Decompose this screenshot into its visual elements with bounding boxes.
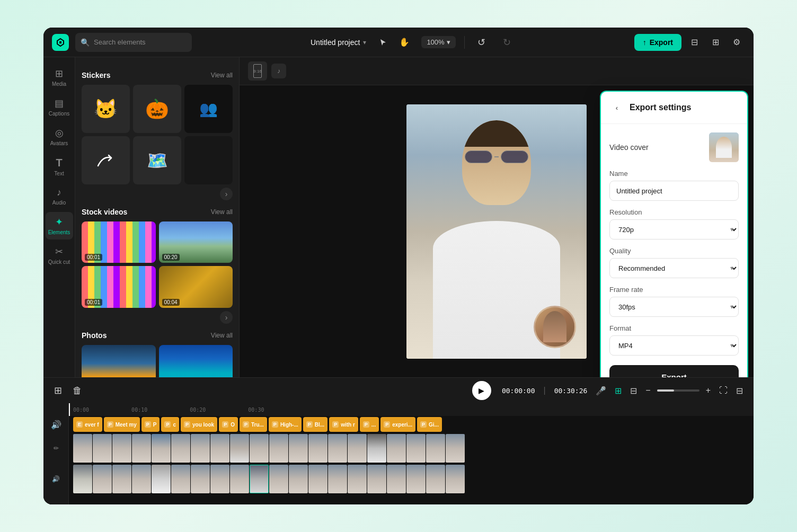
redo-btn[interactable]: ↻ xyxy=(499,34,516,51)
sticker-item-arrow[interactable] xyxy=(82,136,130,184)
sidebar-item-quickcut[interactable]: ✂ Quick cut xyxy=(46,242,73,269)
caption-btn[interactable]: ⊞ xyxy=(613,384,624,398)
caption-clip-2[interactable]: PMeet my xyxy=(104,417,140,432)
vf-14 xyxy=(328,434,347,463)
overflow-btn[interactable]: ⊟ xyxy=(734,384,745,398)
sidebar-item-audio[interactable]: ♪ Audio xyxy=(46,182,73,210)
video-cover-thumb[interactable] xyxy=(709,132,739,162)
caption-clip-9[interactable]: PBl... xyxy=(303,417,327,432)
current-time: 00:00:00 xyxy=(502,387,535,395)
split-btn[interactable]: ⊟ xyxy=(628,384,639,398)
video-frames-2[interactable] xyxy=(73,465,749,493)
layout-icon-btn[interactable]: ⊟ xyxy=(686,34,703,51)
fullscreen-btn[interactable]: ⛶ xyxy=(717,384,730,397)
vf-4 xyxy=(132,434,151,463)
stickers-next-btn[interactable]: › xyxy=(220,188,233,200)
caption-text-10: with r xyxy=(341,422,355,428)
pan-tool-btn[interactable]: ✋ xyxy=(396,34,413,51)
caption-text-13: Gi... xyxy=(429,422,439,428)
photos-section-header: Photos View all xyxy=(82,331,233,340)
name-input[interactable] xyxy=(609,181,739,201)
export-panel-btn[interactable]: Export xyxy=(609,365,739,377)
caption-clip-1[interactable]: Eever f xyxy=(73,417,102,432)
vf-2 xyxy=(93,434,112,463)
caption-clip-4[interactable]: Pc xyxy=(161,417,179,432)
frame-rate-field-group: Frame rate 24fps 25fps 30fps 60fps ▾ xyxy=(609,286,739,317)
video-duration-3: 00:01 xyxy=(85,299,102,306)
videos-next-btn[interactable]: › xyxy=(220,311,233,324)
sidebar-item-elements[interactable]: ✦ Elements xyxy=(46,212,73,240)
photo-item-ocean[interactable] xyxy=(159,345,233,377)
media-icon: ⊞ xyxy=(55,68,63,79)
sticker-item-dark[interactable] xyxy=(184,136,233,184)
vf2-5 xyxy=(152,465,171,493)
video-item-1[interactable]: 00:01 xyxy=(82,221,156,263)
delete-btn[interactable]: 🗑 xyxy=(70,383,84,398)
sidebar-text-label: Text xyxy=(54,171,64,176)
video-item-2[interactable]: 00:20 xyxy=(159,221,233,263)
sidebar-quickcut-label: Quick cut xyxy=(48,259,70,265)
sticker-item-map[interactable]: 🗺️ xyxy=(133,136,181,184)
vf2-3 xyxy=(112,465,131,493)
sidebar-item-captions[interactable]: ▤ Captions xyxy=(46,93,73,121)
app-logo xyxy=(52,34,69,51)
elements-icon: ✦ xyxy=(55,216,63,228)
zoom-dropdown-icon: ▾ xyxy=(447,38,450,46)
play-button[interactable]: ▶ xyxy=(472,381,491,400)
sidebar-item-text[interactable]: T Text xyxy=(46,153,73,180)
project-title[interactable]: Untitled project ▾ xyxy=(311,38,366,47)
caption-clip-7[interactable]: PTru... xyxy=(240,417,267,432)
caption-clip-8[interactable]: PHigh-... xyxy=(269,417,302,432)
timeline-area: ⊞ 🗑 ▶ 00:00:00 | 00:30:26 🎤 ⊞ ⊟ − + ⛶ ⊟ xyxy=(43,377,754,504)
caption-clip-12[interactable]: Pexperi... xyxy=(380,417,415,432)
stock-videos-view-all[interactable]: View all xyxy=(211,208,233,216)
zoom-slider[interactable] xyxy=(657,389,699,392)
export-button[interactable]: ↑ Export xyxy=(634,34,681,51)
photos-view-all[interactable]: View all xyxy=(211,332,233,339)
sidebar-item-media[interactable]: ⊞ Media xyxy=(46,64,73,91)
video-item-4[interactable]: 00:04 xyxy=(159,266,233,307)
video-cover-label: Video cover xyxy=(609,143,649,152)
sticker-item-crowd[interactable]: 👥 xyxy=(184,85,233,133)
frame-rate-select[interactable]: 24fps 25fps 30fps 60fps xyxy=(609,297,739,317)
mic-btn[interactable]: 🎤 xyxy=(594,384,608,398)
cursor-tool-btn[interactable] xyxy=(375,34,392,51)
sidebar-avatars-label: Avatars xyxy=(50,140,68,146)
zoom-in-btn[interactable]: + xyxy=(704,384,713,397)
stickers-view-all[interactable]: View all xyxy=(211,72,233,79)
quality-select[interactable]: Low Medium Recommended High xyxy=(609,258,739,278)
caption-clip-10[interactable]: Pwith r xyxy=(329,417,358,432)
time-separator: | xyxy=(544,386,546,395)
photo-item-city[interactable] xyxy=(82,345,156,377)
ruler-mark-0: 00:00 xyxy=(73,407,89,413)
split-view-btn[interactable]: ⊞ xyxy=(707,34,724,51)
caption-clip-13[interactable]: PGi... xyxy=(417,417,442,432)
timeline-right-controls: 🎤 ⊞ ⊟ − + ⛶ ⊟ xyxy=(594,384,745,398)
settings-btn[interactable]: ⚙ xyxy=(728,34,745,51)
cover-thumb-inner xyxy=(709,132,739,162)
video-duration-2: 00:20 xyxy=(162,254,180,261)
caption-clip-6[interactable]: PO xyxy=(219,417,238,432)
playhead-line xyxy=(69,403,70,416)
trim-btn[interactable]: ⊞ xyxy=(52,383,64,398)
format-select[interactable]: MP4 MOV xyxy=(609,335,739,356)
vf2-16 xyxy=(367,465,386,493)
undo-btn[interactable]: ↺ xyxy=(473,34,490,51)
search-box[interactable]: 🔍 Search elements xyxy=(75,33,192,52)
vf-17 xyxy=(387,434,406,463)
resolution-select[interactable]: 360p 480p 720p 1080p 2K 4K xyxy=(609,219,739,240)
caption-text-4: c xyxy=(173,422,176,428)
video-item-3[interactable]: 00:01 xyxy=(82,266,156,307)
sidebar-item-avatars[interactable]: ◎ Avatars xyxy=(46,123,73,150)
video-frames-1[interactable] xyxy=(73,434,749,463)
zoom-out-btn[interactable]: − xyxy=(643,384,652,397)
sidebar-captions-label: Captions xyxy=(49,111,69,117)
export-back-btn[interactable]: ‹ xyxy=(609,100,624,115)
zoom-control[interactable]: 100% ▾ xyxy=(421,36,455,48)
caption-clip-5[interactable]: Pyou look xyxy=(181,417,217,432)
aspect-ratio-btn[interactable]: 9:16 xyxy=(248,61,267,81)
caption-clip-3[interactable]: PP xyxy=(141,417,160,432)
caption-clip-11[interactable]: P... xyxy=(360,417,379,432)
sticker-item-cat[interactable]: 🐱 xyxy=(82,85,130,133)
sticker-item-pumpkin[interactable]: 🎃 xyxy=(133,85,181,133)
